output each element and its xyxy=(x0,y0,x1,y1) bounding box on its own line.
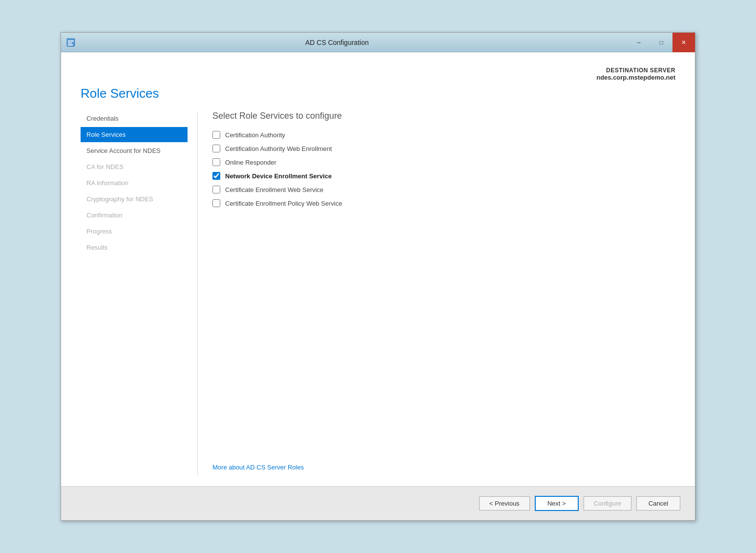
window-controls: – □ ✕ xyxy=(628,33,695,52)
more-link-section: More about AD CS Server Roles xyxy=(212,463,675,476)
nav-item-progress: Progress xyxy=(81,224,188,239)
previous-button[interactable]: < Previous xyxy=(479,496,530,510)
svg-rect-3 xyxy=(68,44,73,45)
nav-item-service-account-ndes[interactable]: Service Account for NDES xyxy=(81,143,188,158)
checkbox-label-cert-enrollment-web: Certificate Enrollment Web Service xyxy=(225,186,323,193)
checkbox-ndes[interactable] xyxy=(212,172,220,180)
checkbox-item-ndes[interactable]: Network Device Enrollment Service xyxy=(212,172,675,180)
main-content: DESTINATION SERVER ndes.corp.mstepdemo.n… xyxy=(61,52,695,486)
nav-item-confirmation: Confirmation xyxy=(81,208,188,223)
configure-button[interactable]: Configure xyxy=(584,496,631,510)
checkbox-label-cert-authority: Certification Authority xyxy=(225,131,285,139)
next-button[interactable]: Next > xyxy=(535,496,579,511)
checkbox-item-cert-authority-web[interactable]: Certification Authority Web Enrollment xyxy=(212,145,675,152)
content-area: DESTINATION SERVER ndes.corp.mstepdemo.n… xyxy=(61,52,695,520)
page-title: Role Services xyxy=(81,86,675,101)
minimize-button[interactable]: – xyxy=(628,33,650,52)
nav-item-results: Results xyxy=(81,240,188,255)
title-bar-center: AD CS Configuration xyxy=(76,38,628,47)
app-icon xyxy=(66,38,76,47)
close-button[interactable]: ✕ xyxy=(672,33,695,52)
title-bar: AD CS Configuration – □ ✕ xyxy=(61,33,695,52)
svg-rect-1 xyxy=(68,41,74,42)
body-section: Credentials Role Services Service Accoun… xyxy=(81,111,675,476)
nav-panel: Credentials Role Services Service Accoun… xyxy=(81,111,198,476)
checkbox-label-cert-enrollment-policy: Certificate Enrollment Policy Web Servic… xyxy=(225,200,342,207)
destination-server-value: ndes.corp.mstepdemo.net xyxy=(81,74,675,81)
cancel-button[interactable]: Cancel xyxy=(636,496,680,510)
checkbox-label-ndes: Network Device Enrollment Service xyxy=(225,172,332,180)
maximize-button[interactable]: □ xyxy=(650,33,672,52)
nav-item-ca-for-ndes: CA for NDES xyxy=(81,159,188,174)
destination-server-section: DESTINATION SERVER ndes.corp.mstepdemo.n… xyxy=(81,67,675,81)
checkbox-cert-authority[interactable] xyxy=(212,131,220,139)
detail-panel: Select Role Services to configure Certif… xyxy=(198,111,675,476)
nav-item-cryptography-ndes: Cryptography for NDES xyxy=(81,191,188,207)
window-title: AD CS Configuration xyxy=(305,39,369,46)
nav-item-role-services[interactable]: Role Services xyxy=(81,127,188,142)
checkbox-item-cert-enrollment-policy[interactable]: Certificate Enrollment Policy Web Servic… xyxy=(212,199,675,207)
nav-item-credentials[interactable]: Credentials xyxy=(81,111,188,126)
nav-item-ra-information: RA Information xyxy=(81,175,188,191)
checkbox-label-online-responder: Online Responder xyxy=(225,159,276,166)
checkbox-item-cert-authority[interactable]: Certification Authority xyxy=(212,131,675,139)
checkbox-item-cert-enrollment-web[interactable]: Certificate Enrollment Web Service xyxy=(212,186,675,193)
checkbox-online-responder[interactable] xyxy=(212,158,220,166)
checkbox-cert-authority-web[interactable] xyxy=(212,145,220,152)
checkbox-label-cert-authority-web: Certification Authority Web Enrollment xyxy=(225,145,332,152)
checkbox-list: Certification Authority Certification Au… xyxy=(212,131,675,207)
main-window: AD CS Configuration – □ ✕ DESTINATION SE… xyxy=(61,32,695,521)
checkbox-cert-enrollment-policy[interactable] xyxy=(212,199,220,207)
checkbox-cert-enrollment-web[interactable] xyxy=(212,186,220,193)
destination-server-label: DESTINATION SERVER xyxy=(81,67,675,74)
svg-rect-2 xyxy=(68,43,72,43)
section-title: Select Role Services to configure xyxy=(212,111,675,121)
footer: < Previous Next > Configure Cancel xyxy=(61,486,695,520)
more-link[interactable]: More about AD CS Server Roles xyxy=(212,464,304,471)
checkbox-item-online-responder[interactable]: Online Responder xyxy=(212,158,675,166)
title-bar-left xyxy=(66,38,76,47)
